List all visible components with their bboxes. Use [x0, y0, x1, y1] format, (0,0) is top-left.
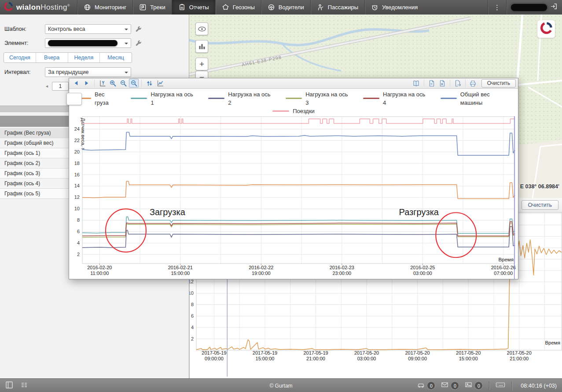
svg-text:03:00:00: 03:00:00 — [413, 271, 432, 276]
quick-range-button-4[interactable]: Месяц — [99, 53, 132, 62]
quick-range-button-1[interactable]: Сегодня — [4, 53, 36, 62]
legend-item[interactable]: Нагрузка на ось 2 — [208, 90, 274, 107]
keyboard-icon[interactable] — [496, 381, 505, 390]
svg-text:4: 4 — [77, 240, 80, 245]
svg-text:23:00:00: 23:00:00 — [332, 271, 351, 276]
legend-item[interactable]: Нагрузка на ось 4 — [363, 90, 429, 107]
element-settings-wrench-icon[interactable] — [135, 40, 142, 47]
axis-y-icon[interactable] — [97, 79, 107, 88]
map-coordinate-label: E 038° 06.8984' — [520, 183, 559, 190]
counter-badge: 0 — [427, 381, 435, 390]
svg-text:10: 10 — [74, 206, 80, 211]
map-zoom-in-button[interactable]: + — [195, 58, 208, 70]
legend-label: Общий вес машины — [460, 90, 512, 107]
nav-item-5[interactable]: Водители — [261, 0, 310, 15]
report-icon — [178, 4, 186, 11]
svg-text:2016-02-22: 2016-02-22 — [249, 265, 273, 270]
logout-icon[interactable] — [550, 3, 558, 12]
svg-text:4: 4 — [191, 325, 194, 330]
quick-range-button-2[interactable]: Вчера — [36, 53, 68, 62]
svg-text:2017-05-20: 2017-05-20 — [354, 350, 379, 355]
user-menu[interactable] — [506, 0, 562, 15]
photo-counter[interactable]: 0 — [464, 381, 483, 390]
more-menu-button[interactable]: ⋮ — [488, 0, 506, 15]
svg-text:2016-02-21: 2016-02-21 — [168, 265, 193, 270]
zoom-out-tool-icon[interactable] — [118, 79, 128, 88]
bottom-panel-list-icon[interactable] — [20, 381, 28, 391]
clear-chart-button[interactable]: Очистить — [481, 79, 516, 88]
nav-item-6[interactable]: Пассажиры — [310, 0, 364, 15]
swap-icon[interactable] — [144, 79, 154, 88]
svg-text:15:00:00: 15:00:00 — [171, 271, 190, 276]
nav-item-label: Треки — [150, 4, 165, 11]
alarm-clock-icon — [371, 4, 378, 11]
svg-text:03:00:00: 03:00:00 — [357, 356, 376, 361]
svg-text:07:00:00: 07:00:00 — [494, 271, 513, 276]
chevron-down-icon — [125, 43, 128, 46]
redacted-username — [511, 4, 547, 11]
svg-text:Датчик веса, т: Датчик веса, т — [81, 118, 86, 150]
svg-text:6: 6 — [77, 229, 80, 234]
svg-text:Время: Время — [498, 257, 514, 262]
svg-text:15:00:00: 15:00:00 — [459, 356, 478, 361]
legend-swatch — [441, 98, 457, 99]
car-counter[interactable]: 0 — [417, 381, 435, 390]
template-label: Шаблон: — [4, 26, 45, 32]
legend-swatch — [208, 98, 224, 99]
chart-legend: Вес грузаНагрузка на ось 1Нагрузка на ос… — [69, 89, 518, 116]
nav-item-label: Геозоны — [233, 4, 255, 11]
element-select[interactable] — [45, 38, 131, 48]
nav-item-4[interactable]: Геозоны — [215, 0, 261, 15]
nav-item-label: Пассажиры — [328, 4, 358, 11]
legend-item[interactable]: Общий вес машины — [441, 90, 512, 107]
decrement-arrow-icon[interactable]: ◄ — [44, 84, 50, 88]
svg-text:20: 20 — [74, 149, 80, 154]
map-layers-button[interactable] — [195, 40, 208, 53]
toolbar-divider — [141, 80, 142, 87]
floating-panel-button[interactable] — [66, 93, 82, 105]
template-select[interactable]: Контроль веса — [45, 24, 131, 34]
next-icon[interactable] — [82, 79, 92, 88]
legend-swatch — [363, 98, 379, 99]
mail-counter[interactable]: 0 — [441, 381, 459, 390]
wialon-logo-icon — [540, 22, 553, 37]
quick-range-button-3[interactable]: Неделя — [68, 53, 100, 62]
steering-wheel-icon — [268, 4, 275, 11]
top-nav: wialonHosting® МониторингТрекиОтчетыГеоз… — [0, 0, 562, 15]
app-logo[interactable]: wialonHosting® — [0, 0, 77, 15]
zoom-in-tool-icon[interactable] — [108, 79, 118, 88]
chart-icon[interactable] — [155, 79, 165, 88]
nav-menu: МониторингТрекиОтчетыГеозоныВодителиПасс… — [77, 0, 424, 15]
nav-item-7[interactable]: Уведомления — [364, 0, 424, 15]
legend-item[interactable]: Нагрузка на ось 1 — [131, 90, 197, 107]
template-settings-wrench-icon[interactable] — [135, 26, 142, 33]
nav-item-2[interactable]: Треки — [132, 0, 172, 15]
nav-item-label: Мониторинг — [95, 4, 126, 11]
svg-text:2017-05-20: 2017-05-20 — [507, 350, 532, 355]
zoom-reset-icon[interactable] — [129, 79, 139, 88]
print-icon[interactable] — [468, 79, 478, 88]
nav-item-3[interactable]: Отчеты — [172, 0, 215, 15]
toggle-panel-icon[interactable] — [5, 381, 13, 391]
legend-item[interactable]: Поездки — [272, 107, 315, 115]
excel-icon[interactable] — [437, 79, 447, 88]
svg-text:8: 8 — [77, 217, 80, 223]
svg-text:12: 12 — [190, 279, 194, 284]
toolbar-divider — [465, 80, 466, 87]
export-icon[interactable] — [453, 79, 463, 88]
pdf-icon[interactable] — [427, 79, 437, 88]
status-bar: © Gurtam 000 08:40:16 (+03) — [0, 378, 562, 392]
map-visibility-button[interactable] — [195, 22, 208, 35]
interval-count-input[interactable] — [52, 82, 69, 91]
legend-label: Нагрузка на ось 3 — [305, 90, 352, 107]
wialon-logo-icon — [4, 2, 13, 13]
main-chart[interactable]: 246810121416182022242016-02-2011:00:0020… — [69, 116, 518, 279]
nav-item-1[interactable]: Мониторинг — [77, 0, 132, 15]
interval-select[interactable]: За предыдущие — [45, 67, 131, 77]
book-icon[interactable] — [411, 79, 421, 88]
clear-background-chart-button[interactable]: Очистить — [522, 200, 558, 210]
chart-annotation-text: Разгрузка — [399, 207, 439, 217]
prev-icon[interactable] — [71, 79, 81, 88]
legend-item[interactable]: Нагрузка на ось 3 — [286, 90, 352, 107]
map-watermark-logo — [537, 20, 555, 38]
